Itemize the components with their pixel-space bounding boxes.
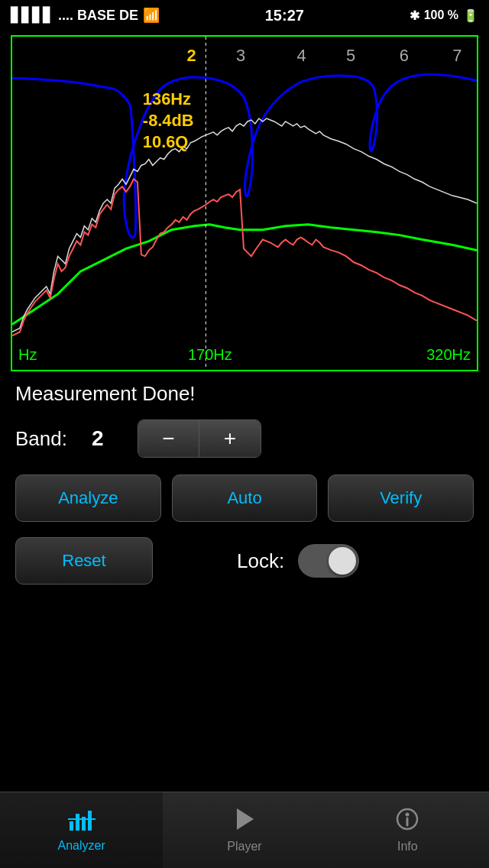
reset-button[interactable]: Reset bbox=[15, 537, 153, 585]
chart-svg: 2 3 4 5 6 7 136Hz -8.4dB 10.6Q bbox=[12, 37, 477, 370]
band-label: Band: bbox=[15, 427, 76, 451]
player-icon bbox=[234, 807, 255, 837]
tab-info[interactable]: Info bbox=[326, 792, 489, 868]
svg-text:4: 4 bbox=[297, 46, 306, 65]
svg-rect-14 bbox=[88, 811, 92, 831]
svg-rect-11 bbox=[70, 821, 73, 831]
svg-marker-16 bbox=[237, 808, 254, 830]
status-bar: ▋▋▋▋ .... BASE DE 📶 15:27 ✱ 100 % 🔋 bbox=[0, 0, 489, 31]
battery-text: 100 % bbox=[424, 8, 458, 22]
analyzer-icon bbox=[68, 808, 96, 836]
tab-player-label: Player bbox=[227, 840, 261, 853]
measurement-status: Measurement Done! bbox=[15, 382, 474, 406]
tab-analyzer[interactable]: Analyzer bbox=[0, 792, 163, 868]
carrier-area: ▋▋▋▋ .... BASE DE 📶 bbox=[11, 7, 160, 24]
tab-analyzer-label: Analyzer bbox=[58, 839, 105, 853]
analyze-button[interactable]: Analyze bbox=[15, 474, 161, 522]
carrier-text: .... BASE DE bbox=[58, 8, 138, 24]
lock-row: Lock: bbox=[237, 544, 359, 578]
band-value: 2 bbox=[92, 426, 122, 451]
bottom-row: Reset Lock: bbox=[15, 537, 474, 585]
signal-icon: ▋▋▋▋ bbox=[11, 7, 53, 24]
svg-text:6: 6 bbox=[400, 46, 409, 65]
band-controls: − + bbox=[138, 419, 261, 458]
svg-text:7: 7 bbox=[452, 46, 461, 65]
svg-point-18 bbox=[406, 813, 410, 817]
svg-text:3: 3 bbox=[236, 46, 245, 65]
verify-button[interactable]: Verify bbox=[328, 474, 474, 522]
wifi-icon: 📶 bbox=[143, 7, 160, 24]
toggle-knob bbox=[329, 547, 356, 575]
tab-player[interactable]: Player bbox=[163, 792, 325, 868]
battery-area: ✱ 100 % 🔋 bbox=[410, 8, 478, 23]
battery-icon: 🔋 bbox=[463, 8, 478, 23]
action-buttons-row: Analyze Auto Verify bbox=[15, 474, 474, 522]
auto-button[interactable]: Auto bbox=[172, 474, 318, 522]
svg-rect-0 bbox=[12, 37, 477, 370]
band-row: Band: 2 − + bbox=[15, 419, 474, 458]
freq-label-right: 320Hz bbox=[426, 346, 471, 364]
svg-text:10.6Q: 10.6Q bbox=[143, 132, 189, 151]
lock-toggle[interactable] bbox=[298, 544, 359, 578]
eq-chart[interactable]: 2 3 4 5 6 7 136Hz -8.4dB 10.6Q Hz 170Hz … bbox=[11, 35, 478, 371]
svg-rect-12 bbox=[76, 814, 79, 831]
info-icon bbox=[395, 807, 419, 837]
freq-label-left: Hz bbox=[18, 346, 37, 364]
svg-text:5: 5 bbox=[346, 46, 355, 65]
freq-label-mid: 170Hz bbox=[188, 346, 232, 364]
svg-text:2: 2 bbox=[186, 46, 196, 65]
time-display: 15:27 bbox=[265, 7, 304, 24]
main-content: Measurement Done! Band: 2 − + Analyze Au… bbox=[0, 371, 489, 585]
band-decrease-button[interactable]: − bbox=[138, 420, 199, 457]
svg-text:-8.4dB: -8.4dB bbox=[143, 111, 194, 130]
band-increase-button[interactable]: + bbox=[199, 420, 261, 457]
tab-bar: Analyzer Player Info bbox=[0, 792, 489, 868]
tab-info-label: Info bbox=[397, 840, 418, 853]
svg-text:136Hz: 136Hz bbox=[143, 89, 191, 108]
bluetooth-icon: ✱ bbox=[410, 8, 419, 23]
lock-label: Lock: bbox=[237, 549, 284, 573]
